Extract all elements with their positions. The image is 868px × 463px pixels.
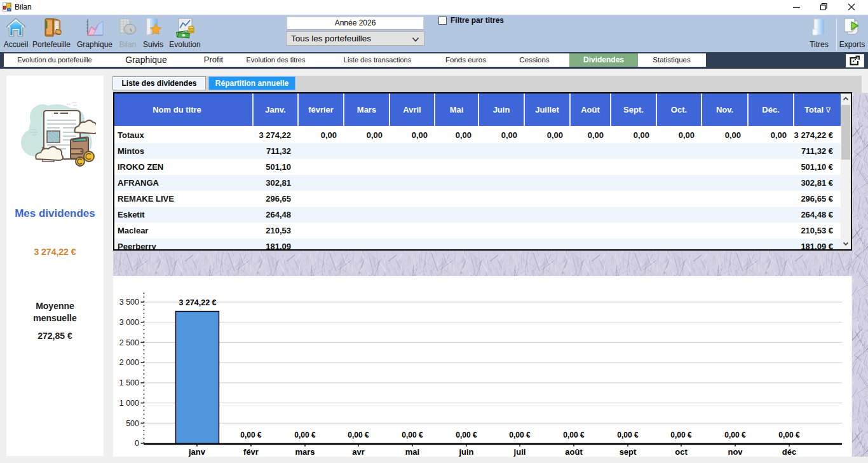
svg-text:3 500: 3 500 (119, 298, 139, 307)
svg-text:juil: juil (513, 447, 526, 457)
svg-text:oct: oct (675, 447, 688, 457)
svg-text:juin: juin (458, 447, 473, 457)
svg-text:0,00 €: 0,00 € (240, 431, 262, 439)
svg-text:août: août (565, 447, 583, 457)
svg-text:1 500: 1 500 (119, 378, 139, 387)
svg-text:mars: mars (295, 447, 315, 457)
svg-text:500: 500 (126, 419, 139, 428)
svg-text:mai: mai (405, 447, 419, 457)
svg-text:0: 0 (135, 439, 139, 448)
svg-text:févr: févr (243, 447, 259, 457)
svg-text:0,00 €: 0,00 € (778, 431, 800, 439)
svg-text:janv: janv (188, 447, 206, 457)
svg-text:0,00 €: 0,00 € (456, 431, 477, 439)
svg-text:déc: déc (782, 447, 796, 457)
svg-text:avr: avr (352, 447, 365, 457)
svg-text:3 274,22 €: 3 274,22 € (179, 298, 216, 307)
svg-text:0,00 €: 0,00 € (402, 431, 423, 439)
svg-text:0,00 €: 0,00 € (294, 431, 316, 439)
svg-text:0,00 €: 0,00 € (348, 431, 369, 439)
svg-text:1 000: 1 000 (119, 399, 139, 408)
svg-text:0,00 €: 0,00 € (509, 431, 531, 439)
svg-text:0,00 €: 0,00 € (670, 431, 692, 439)
svg-text:2 500: 2 500 (119, 338, 139, 347)
svg-text:0,00 €: 0,00 € (724, 431, 746, 439)
svg-text:sept: sept (620, 447, 637, 457)
svg-text:nov: nov (728, 447, 743, 457)
svg-text:0,00 €: 0,00 € (563, 431, 585, 439)
svg-text:2 000: 2 000 (119, 358, 139, 367)
svg-text:0,00 €: 0,00 € (617, 431, 639, 439)
svg-text:3 000: 3 000 (119, 318, 139, 327)
